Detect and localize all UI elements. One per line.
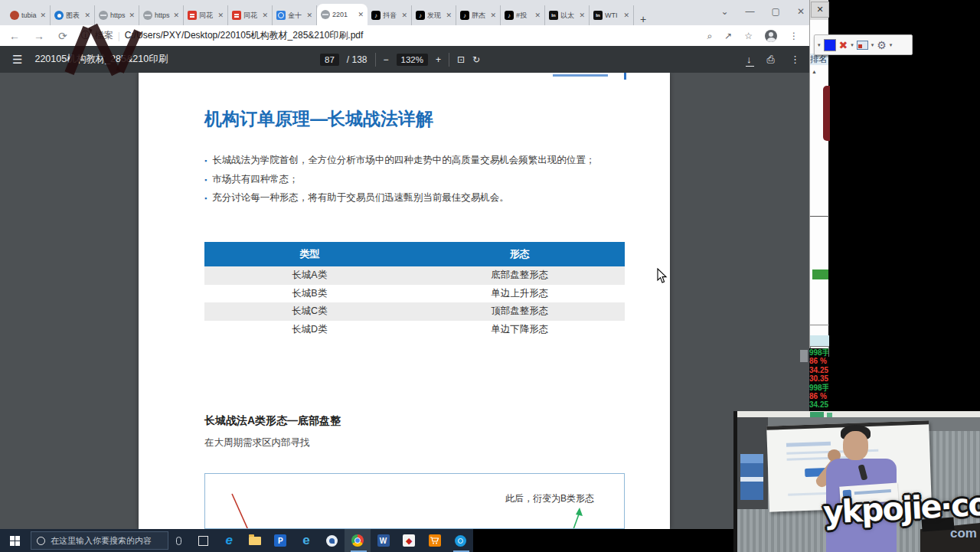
profile-avatar[interactable] [765,30,777,42]
tab-jinshi[interactable]: 金十✕ [273,5,317,25]
browser-menu-icon[interactable]: ⋮ [789,31,799,41]
exit-sign [810,412,824,417]
windows-logo-icon [10,536,20,546]
taskbar-word[interactable]: W [371,529,397,552]
gear-icon[interactable]: ⚙ [877,39,887,51]
tab-close-icon[interactable]: ✕ [40,11,46,19]
rotate-icon[interactable]: ↻ [472,54,480,65]
table-cell: 长城D类 [204,321,415,339]
taskbar-internet-explorer[interactable]: e [293,529,319,552]
zoom-out-icon[interactable]: − [384,54,389,65]
address-bar: ← → ⟳ ⓘ 檔案 | C:/Users/PXY/Desktop/220105… [0,25,809,46]
tab-label: https [155,11,171,19]
color-swatch-button[interactable] [824,39,836,51]
side-app-panel: ▲ ▼ [809,20,828,348]
taskbar-edge[interactable]: e [216,529,242,552]
tab-tou[interactable]: ♪#投✕ [501,5,545,25]
tab-close-icon[interactable]: ✕ [306,11,312,19]
bookmark-star-icon[interactable]: ☆ [744,31,753,41]
tab-strip: tubia✕ 图表✕ https✕ https✕ 同花✕ 同花✕ 金十✕ 220… [0,0,809,25]
tab-https-2[interactable]: https✕ [139,5,184,25]
tab-close-icon[interactable]: ✕ [534,11,541,19]
pdf-viewer[interactable]: 机构订单原理—长城战法详解 ▪长城战法为学院首创，全方位分析市场中的四种走势中的… [0,73,809,529]
tab-pdf-active[interactable]: 2201✕ [317,4,368,25]
zoom-icon[interactable]: ⌕ [707,31,712,41]
table-cell: 单边下降形态 [415,321,626,339]
caret-icon[interactable]: ▾ [871,42,874,48]
taskbar-search-input[interactable]: 在这里输入你要搜索的内容 [31,531,168,550]
task-view-button[interactable] [191,529,217,552]
tab-close-icon[interactable]: ✕ [173,11,179,19]
taskbar-file-explorer[interactable] [242,529,268,552]
tab-douyin[interactable]: ♪抖音✕ [368,5,412,25]
page-number-input[interactable]: 87 [320,54,339,66]
tab-yitai[interactable]: In以太✕ [545,5,590,25]
tab-tonghuashun-1[interactable]: 同花✕ [184,5,228,25]
tab-tubia[interactable]: tubia✕ [6,5,51,25]
table-cell: 长城B类 [204,285,415,303]
microphone-icon[interactable] [176,537,181,545]
pdf-more-icon[interactable]: ⋮ [790,54,800,65]
taskbar-chat-app[interactable] [319,529,345,552]
caret-icon[interactable]: ▾ [851,42,854,48]
bullet-icon: ▪ [204,171,207,190]
caret-icon[interactable]: ▾ [818,42,821,48]
bullet-item: ▪市场共有四种常态； [204,171,595,190]
tab-close-icon[interactable]: ✕ [623,11,629,19]
tab-close-icon[interactable]: ✕ [446,11,452,19]
start-button[interactable] [0,529,31,552]
tab-close-icon[interactable]: ✕ [129,11,135,19]
tab-close-icon[interactable]: ✕ [84,11,90,19]
tab-faxian[interactable]: ♪发现✕ [412,5,456,25]
scrollbar-thumb[interactable] [800,350,808,362]
tab-tonghuashun-2[interactable]: 同花✕ [228,5,273,25]
tab-close-icon[interactable]: ✕ [358,11,364,18]
minimize-button[interactable]: — [746,6,755,17]
bullet-item: ▪长城战法为学院首创，全方位分析市场中的四种走势中的高质量交易机会频繁出现的位置… [204,152,595,171]
close-button[interactable]: ✕ [797,6,805,17]
download-icon[interactable]: ↓ [746,54,752,65]
tab-close-icon[interactable]: ✕ [579,11,585,19]
tab-search-chevron-icon[interactable]: ⌄ [721,6,729,17]
pdf-menu-icon[interactable]: ☰ [12,53,22,67]
print-icon[interactable]: ⎙ [767,54,775,66]
table-cell: 单边上升形态 [415,285,626,303]
tab-close-icon[interactable]: ✕ [217,11,224,19]
zoom-level[interactable]: 132% [397,54,428,66]
caret-icon[interactable]: ▾ [890,42,893,48]
tab-https-1[interactable]: https✕ [95,5,139,25]
forward-icon[interactable]: → [34,30,44,42]
fit-page-icon[interactable]: ⊡ [457,54,465,65]
rank-label: 排名 [810,54,828,65]
table-row: 长城D类单边下降形态 [204,321,625,339]
tab-close-icon[interactable]: ✕ [262,11,268,19]
taskbar: 在这里输入你要搜索的内容 e P e W ◆ [0,529,473,552]
taskbar-chrome[interactable] [345,529,371,552]
task-view-icon [198,536,208,546]
new-tab-button[interactable]: + [640,13,646,25]
taskbar-shop-app[interactable] [422,529,448,552]
background-window-close-icon[interactable]: ✕ [811,2,829,18]
share-icon[interactable]: ↗ [724,31,732,41]
tab-close-icon[interactable]: ✕ [490,11,496,19]
maximize-button[interactable]: ▢ [772,6,780,17]
highlight-row-fragment [810,335,829,346]
tab-pangjie[interactable]: ♪胖杰✕ [456,5,501,25]
back-icon[interactable]: ← [9,30,20,42]
taskbar-app-p[interactable]: P [268,529,294,552]
scroll-up-icon[interactable]: ▲ [812,69,817,74]
reload-icon[interactable]: ⟳ [58,30,67,42]
bullet-text: 充分讨论每一种形态，将有助于交易员们迅速甄别当前最佳交易机会。 [212,189,509,207]
quote-value: 34.25 [809,366,828,374]
eraser-cross-icon[interactable]: ✖ [839,39,848,51]
url-field[interactable]: ⓘ 檔案 | C:/Users/PXY/Desktop/220105机构教材_2… [81,29,707,42]
zoom-in-icon[interactable]: + [436,54,441,65]
tab-wti[interactable]: InWTI✕ [590,5,634,25]
taskbar-stock-app[interactable]: ◆ [396,529,422,552]
chart-figure: 此后，衍变为B类形态 [204,473,625,529]
taskbar-circle-app[interactable] [447,529,473,552]
tab-close-icon[interactable]: ✕ [401,11,407,19]
investing-favicon: In [593,11,603,20]
screenshot-icon[interactable] [857,41,868,50]
tab-chart[interactable]: 图表✕ [51,5,95,25]
